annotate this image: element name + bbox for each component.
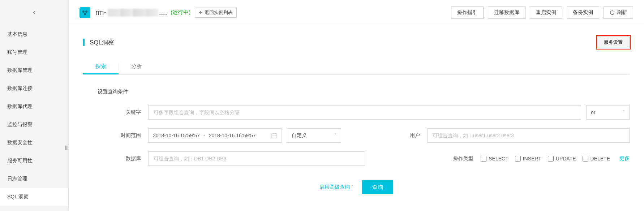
svg-point-3: [82, 10, 85, 13]
tabs: 搜索 分析: [83, 59, 630, 75]
label-user: 用户: [387, 132, 420, 139]
page-title-row: SQL洞察 服务设置: [83, 36, 630, 48]
instance-name-mask: [108, 9, 158, 17]
optype-delete[interactable]: DELETE: [583, 156, 610, 162]
optype-update-label: UPDATE: [556, 156, 576, 162]
return-instance-list-button[interactable]: 返回实例列表: [195, 8, 237, 18]
return-list-label: 返回实例列表: [205, 9, 233, 16]
header-actions: 操作指引 迁移数据库 重启实例 备份实例 刷新: [451, 7, 633, 19]
datetime-range-input[interactable]: 2018-10-16 15:59:57 - 2018-10-16 16:59:5…: [148, 128, 282, 143]
instance-status: (运行中): [171, 9, 190, 16]
optype-insert-label: INSERT: [523, 156, 541, 162]
chevron-down-icon: ˅: [334, 133, 336, 138]
sidebar-item-security[interactable]: 数据安全性: [0, 134, 68, 152]
restart-instance-button[interactable]: 重启实例: [530, 7, 562, 19]
checkbox-select[interactable]: [481, 156, 486, 162]
main-panel: rm-.... (运行中) 返回实例列表 操作指引 迁移数据库 重启实例 备份实…: [69, 0, 644, 211]
sidebar: 基本信息 账号管理 数据库管理 数据库连接 数据库代理 监控与报警 数据安全性 …: [0, 0, 69, 211]
adv-label: 启用高级查询: [319, 184, 350, 190]
row-time-user: 时间范围 2018-10-16 15:59:57 - 2018-10-16 16…: [83, 128, 630, 143]
sidebar-item-availability[interactable]: 服务可用性: [0, 152, 68, 170]
sidebar-item-basic-info[interactable]: 基本信息: [0, 25, 68, 43]
tab-analyze[interactable]: 分析: [119, 59, 154, 74]
tab-search[interactable]: 搜索: [83, 59, 119, 74]
row-keyword: 关键字 or ˅: [83, 105, 630, 120]
chevron-left-icon: [31, 9, 38, 16]
sidebar-item-db-manage[interactable]: 数据库管理: [0, 61, 68, 79]
datetime-from: 2018-10-16 15:59:57: [153, 133, 200, 138]
sidebar-item-monitor[interactable]: 监控与报警: [0, 116, 68, 134]
label-time: 时间范围: [98, 132, 141, 139]
svg-rect-2: [68, 146, 68, 150]
datetime-separator: -: [203, 133, 205, 138]
sidebar-item-db-connect[interactable]: 数据库连接: [0, 79, 68, 98]
svg-rect-0: [65, 146, 66, 150]
optype-insert[interactable]: INSERT: [515, 156, 541, 162]
svg-rect-6: [272, 134, 277, 138]
time-preset-select[interactable]: 自定义 ˅: [287, 128, 341, 143]
refresh-button[interactable]: 刷新: [604, 7, 633, 19]
section-label: 设置查询条件: [98, 89, 630, 95]
content: SQL洞察 服务设置 搜索 分析 设置查询条件 关键字 or ˅ 时间范围 20…: [69, 25, 644, 205]
logic-value: or: [591, 109, 595, 115]
keyword-input[interactable]: [148, 105, 581, 120]
instance-type-icon: [80, 7, 90, 18]
query-button[interactable]: 查询: [362, 180, 393, 194]
instance-name: rm-....: [95, 8, 167, 17]
refresh-label: 刷新: [617, 9, 627, 16]
sidebar-item-sql-insight[interactable]: SQL 洞察: [0, 188, 68, 206]
sidebar-item-logs[interactable]: 日志管理: [0, 170, 68, 188]
chevron-down-icon: ˅: [623, 110, 625, 115]
label-database: 数据库: [98, 155, 141, 162]
back-button[interactable]: [0, 0, 68, 25]
label-optype: 操作类型: [441, 155, 473, 162]
footer-actions: 启用高级查询 ˅ 查询: [83, 180, 630, 194]
migrate-db-button[interactable]: 迁移数据库: [488, 7, 525, 19]
instance-name-ellipsis: ....: [159, 8, 167, 16]
db-icon: [82, 9, 88, 16]
time-preset-value: 自定义: [292, 132, 307, 139]
label-keyword: 关键字: [98, 109, 141, 116]
enable-advanced-query-link[interactable]: 启用高级查询 ˅: [319, 184, 353, 190]
instance-name-prefix: rm-: [95, 8, 106, 16]
chevron-down-icon: ˅: [351, 185, 353, 190]
datetime-to: 2018-10-16 16:59:57: [209, 133, 256, 138]
optype-select-label: SELECT: [489, 156, 508, 162]
sidebar-item-account[interactable]: 账号管理: [0, 43, 68, 61]
svg-point-4: [85, 10, 87, 13]
logic-select[interactable]: or ˅: [586, 105, 630, 120]
database-input[interactable]: [148, 151, 365, 166]
checkbox-update[interactable]: [548, 156, 554, 162]
operation-guide-button[interactable]: 操作指引: [451, 7, 484, 19]
arrow-up-left-icon: [199, 10, 203, 15]
service-settings-button[interactable]: 服务设置: [597, 36, 630, 48]
header: rm-.... (运行中) 返回实例列表 操作指引 迁移数据库 重启实例 备份实…: [69, 0, 644, 25]
svg-point-5: [84, 13, 86, 15]
optype-select[interactable]: SELECT: [481, 156, 508, 162]
optype-update[interactable]: UPDATE: [548, 156, 576, 162]
checkbox-insert[interactable]: [515, 156, 521, 162]
checkbox-delete[interactable]: [583, 156, 588, 162]
refresh-icon: [610, 10, 615, 15]
optype-more-link[interactable]: 更多: [619, 155, 630, 162]
collapse-icon: [65, 145, 69, 151]
user-input[interactable]: [427, 128, 630, 143]
page-title-text: SQL洞察: [90, 38, 114, 47]
row-db-optype: 数据库 操作类型 SELECT INSERT UPDATE DELETE 更多: [83, 151, 630, 166]
page-title: SQL洞察: [83, 38, 114, 47]
svg-rect-1: [66, 146, 67, 150]
optype-group: SELECT INSERT UPDATE DELETE 更多: [481, 155, 630, 162]
optype-delete-label: DELETE: [591, 156, 610, 162]
sidebar-item-db-proxy[interactable]: 数据库代理: [0, 98, 68, 116]
backup-instance-button[interactable]: 备份实例: [567, 7, 599, 19]
title-accent-bar: [83, 39, 85, 46]
calendar-icon: [271, 133, 277, 138]
